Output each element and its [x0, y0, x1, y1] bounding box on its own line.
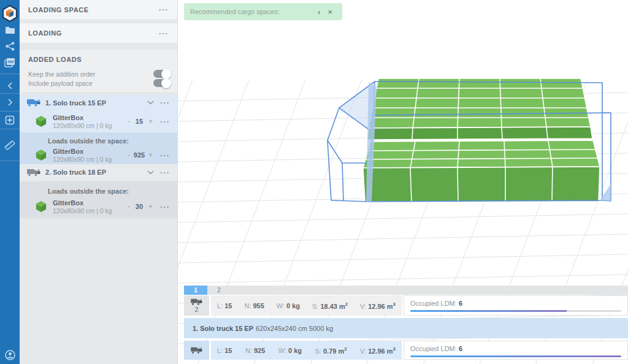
share-icon [6, 42, 15, 51]
notification-close-icon[interactable]: × [324, 8, 336, 16]
more-options-icon[interactable]: ··· [160, 99, 170, 107]
iconbar-separator [0, 111, 20, 112]
gitterbox-icon [36, 200, 47, 213]
include-payload-label: Include payload space [28, 80, 93, 87]
truck-icon [191, 347, 202, 354]
load-dims: 120x80x90 cm | 0 kg [53, 156, 126, 163]
load-dims: 120x80x90 cm | 0 kg [53, 122, 126, 129]
more-options-icon[interactable]: ··· [160, 169, 170, 176]
stat-volume: V: 12.96 m3 [360, 301, 396, 310]
share-button[interactable] [0, 39, 20, 53]
stat-loads: L: 15 [217, 347, 232, 354]
loads-outside-text: Loads outside the space: [48, 137, 129, 145]
quantity-value: 30 [131, 203, 147, 210]
recommended-spaces-notification: Recommended cargo spaces: ‹ × [184, 3, 342, 20]
minus-button[interactable]: - [126, 117, 131, 126]
more-options-icon[interactable]: ··· [160, 203, 170, 211]
cargo-boxes [363, 78, 600, 202]
truck2-outside-load-row[interactable]: GitterBox 120x80x90 cm | 0 kg - 30 + ··· [20, 197, 177, 218]
truck1-name: 1. Solo truck 15 EP [45, 99, 144, 107]
panel-divider [20, 19, 177, 23]
summary-occupied-ldm: Occupied LDM: 6 [404, 295, 628, 316]
quantity-stepper: - 15 + [126, 117, 154, 126]
truck-icon [27, 169, 40, 176]
loading-space-button[interactable] [0, 114, 20, 126]
keep-order-row: Keep the addition order [20, 69, 177, 78]
pdf-export-button[interactable]: PDF [0, 56, 20, 69]
truck-icon [191, 298, 202, 305]
minus-button[interactable]: - [126, 151, 131, 159]
chevron-down-icon[interactable] [147, 170, 154, 175]
notification-back-icon[interactable]: ‹ [314, 8, 324, 16]
panel-divider [20, 43, 177, 49]
plus-button[interactable]: + [147, 151, 154, 159]
stat-loads: L: 15 [217, 302, 232, 309]
added-loads-title: ADDED LOADS [20, 56, 177, 69]
iconbar-separator [0, 74, 20, 74]
stat-count: N: 925 [245, 347, 265, 354]
more-options-icon[interactable]: ··· [159, 29, 169, 37]
load-info: GitterBox 120x80x90 cm | 0 kg [53, 148, 126, 163]
side-panel: LOADING SPACE ··· LOADING ··· ADDED LOAD… [20, 0, 178, 364]
truck-icon [27, 99, 40, 107]
ldm-progress-fill [410, 355, 621, 357]
truck1-load-row[interactable]: GitterBox 120x80x90 cm | 0 kg - 15 + ··· [20, 110, 177, 132]
iconbar-separator [0, 161, 20, 161]
folder-button[interactable] [0, 23, 20, 37]
ldm-progress-track [410, 355, 621, 357]
ruler-button[interactable] [0, 138, 20, 152]
truck2-name: 2. Solo truck 18 EP [45, 169, 144, 176]
added-loads-section: ADDED LOADS Keep the addition order Incl… [20, 49, 177, 93]
detail-stats: L: 15 N: 925 W: 0 kg S: 0.79 m2 V: 12.96… [211, 341, 402, 360]
truck1-header[interactable]: 1. Solo truck 15 EP ··· [20, 95, 177, 110]
app-logo[interactable] [0, 4, 20, 23]
keep-order-toggle[interactable] [153, 70, 170, 78]
chevron-left-icon [7, 82, 13, 89]
quantity-value: 15 [131, 118, 147, 125]
chevron-right-icon [7, 99, 13, 106]
include-payload-toggle[interactable] [153, 79, 170, 87]
expand-right-button[interactable] [0, 96, 20, 108]
quantity-stepper: - 30 + [126, 202, 154, 211]
minus-button[interactable]: - [126, 202, 131, 211]
more-options-icon[interactable]: ··· [159, 6, 169, 13]
space-name: 1. Solo truck 15 EP [193, 325, 253, 332]
more-options-icon[interactable]: ··· [160, 118, 170, 126]
selected-space-row[interactable]: 1. Solo truck 15 EP 620x245x240 cm 5000 … [184, 318, 628, 338]
keep-order-label: Keep the addition order [28, 70, 95, 78]
pdf-export-icon: PDF [4, 58, 15, 67]
collapse-left-button[interactable] [0, 80, 20, 92]
account-icon [5, 350, 15, 360]
gitterbox-icon [36, 149, 47, 161]
loads-outside-label: Loads outside the space: [20, 181, 177, 197]
folder-icon [5, 26, 15, 34]
loading-space-header[interactable]: LOADING SPACE ··· [20, 0, 177, 19]
stat-count: N: 955 [244, 302, 264, 309]
stat-weight: W: 0 kg [278, 347, 302, 354]
summary-stats: L: 15 N: 955 W: 0 kg S: 18.43 m2 V: 12.9… [211, 295, 402, 316]
detail-occupied-ldm: Occupied LDM: 6 [404, 341, 628, 360]
load-name: GitterBox [53, 199, 126, 207]
stat-surface: S: 18.43 m2 [312, 301, 348, 310]
quantity-value: 925 [131, 151, 147, 159]
truck2-header[interactable]: 2. Solo truck 18 EP ··· [20, 164, 177, 180]
ruler-icon [4, 140, 15, 151]
load-name: GitterBox [53, 148, 126, 155]
chevron-down-icon[interactable] [147, 100, 154, 105]
loads-outside-label: Loads outside the space: [20, 132, 177, 146]
load-name: GitterBox [53, 114, 126, 121]
svg-text:PDF: PDF [8, 60, 14, 64]
tab-1[interactable]: 1 [184, 286, 207, 295]
tab-2[interactable]: 2 [207, 286, 231, 295]
more-options-icon[interactable]: ··· [160, 151, 170, 159]
plus-button[interactable]: + [147, 117, 154, 126]
loading-space-title: LOADING SPACE [28, 6, 89, 13]
iconbar-separator [0, 129, 20, 129]
occupied-ldm-value: 6 [459, 345, 462, 352]
plus-button[interactable]: + [147, 202, 154, 211]
truck1-outside-load-row[interactable]: GitterBox 120x80x90 cm | 0 kg - 925 + ··… [20, 146, 177, 164]
loading-header[interactable]: LOADING ··· [20, 23, 177, 43]
stat-volume: V: 12.96 m3 [360, 346, 396, 355]
icon-bar: PDF [0, 0, 20, 364]
account-button[interactable] [0, 348, 20, 362]
